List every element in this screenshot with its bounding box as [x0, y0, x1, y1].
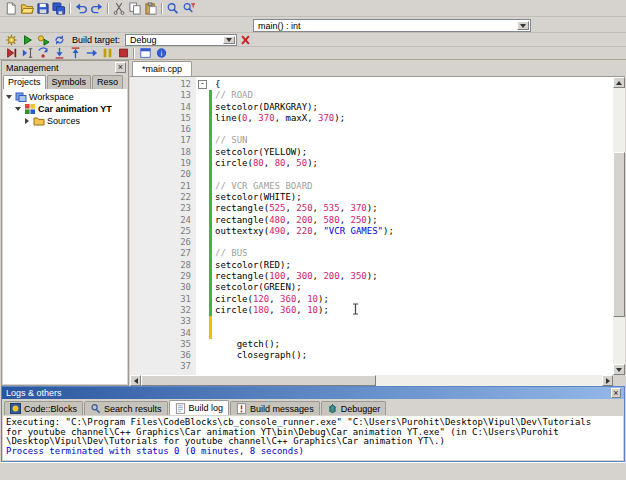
- open-file-icon[interactable]: [19, 1, 35, 16]
- code-token: 10: [307, 305, 318, 315]
- fold-toggle-icon[interactable]: -: [198, 80, 207, 89]
- code-token: 300: [296, 271, 312, 281]
- fold-margin: [196, 158, 209, 169]
- arrow-down-icon: [616, 368, 622, 372]
- tree-item-workspace[interactable]: Workspace: [3, 91, 127, 103]
- management-tab-reso[interactable]: Reso: [92, 75, 123, 89]
- code-text: setcolor(DARKGRAY);: [212, 102, 318, 113]
- management-tab-symbols[interactable]: Symbols: [47, 75, 92, 89]
- collapse-icon[interactable]: [14, 105, 23, 114]
- scroll-right-button[interactable]: [602, 375, 613, 386]
- logs-tab-build-log[interactable]: Build log: [169, 400, 230, 415]
- fold-margin: [196, 203, 209, 214]
- debugging-windows-icon[interactable]: [137, 47, 153, 60]
- scrollbar-track[interactable]: [376, 375, 602, 386]
- line-number: 29: [130, 271, 196, 282]
- stop-debugger-icon[interactable]: [115, 47, 131, 60]
- code-token: 80: [253, 158, 264, 168]
- code-area[interactable]: 12-{13// ROAD14setcolor(DARKGRAY);15line…: [130, 77, 613, 375]
- arrow-up-icon: [616, 81, 622, 85]
- redo-icon[interactable]: [89, 1, 105, 16]
- run-to-cursor-icon[interactable]: [19, 47, 35, 60]
- build-messages-icon: [236, 403, 247, 414]
- next-instruction-icon[interactable]: [83, 47, 99, 60]
- logs-panel-header[interactable]: Logs & others ×: [2, 387, 624, 399]
- editor-vertical-scrollbar[interactable]: [613, 77, 625, 375]
- save-icon[interactable]: [35, 1, 51, 16]
- next-line-icon[interactable]: [35, 47, 51, 60]
- build-icon[interactable]: [3, 33, 19, 46]
- logs-tab-build-messages[interactable]: Build messages: [230, 401, 320, 415]
- code-line: 37: [130, 361, 613, 372]
- code-token: ,: [269, 305, 280, 315]
- find-icon[interactable]: [165, 1, 181, 16]
- code-token: getch();: [215, 339, 280, 349]
- code-line: 23rectangle(525, 250, 535, 370);: [130, 203, 613, 214]
- fold-margin: [196, 215, 209, 226]
- debug-continue-icon[interactable]: [3, 47, 19, 60]
- code-text: setcolor(RED);: [212, 260, 291, 271]
- folder-icon: [33, 115, 45, 127]
- management-panel-header[interactable]: Management ×: [2, 61, 128, 74]
- code-token: rectangle(: [215, 271, 269, 281]
- line-number: 25: [130, 226, 196, 237]
- build-and-run-icon[interactable]: [35, 33, 51, 46]
- break-debugger-icon[interactable]: [99, 47, 115, 60]
- symbol-combobox[interactable]: main() : int: [253, 19, 531, 32]
- logs-close-button[interactable]: ×: [611, 388, 621, 398]
- code-line: 33: [130, 316, 613, 327]
- project-tree[interactable]: WorkspaceCar animation YTSources: [3, 89, 127, 384]
- code-text: [212, 361, 215, 372]
- build-target-label: Build target:: [72, 35, 120, 45]
- tree-item-car-animation-yt[interactable]: Car animation YT: [3, 103, 127, 115]
- rebuild-icon[interactable]: [51, 33, 67, 46]
- logs-tab-code-blocks[interactable]: Code::Blocks: [4, 401, 83, 415]
- editor-horizontal-scrollbar[interactable]: [130, 375, 613, 386]
- vertical-scrollbar-thumb[interactable]: [613, 152, 625, 317]
- fold-margin: [196, 260, 209, 271]
- line-number: 28: [130, 260, 196, 271]
- line-number: 19: [130, 158, 196, 169]
- management-close-button[interactable]: ×: [115, 62, 126, 73]
- undo-icon[interactable]: [73, 1, 89, 16]
- collapse-icon[interactable]: [5, 93, 14, 102]
- code-token: );: [367, 203, 378, 213]
- combobox-dropdown-button[interactable]: [223, 36, 235, 44]
- save-all-icon[interactable]: [51, 1, 67, 16]
- step-out-icon[interactable]: [67, 47, 83, 60]
- combobox-dropdown-button[interactable]: [517, 21, 529, 30]
- svg-text:i: i: [160, 50, 162, 58]
- new-file-icon[interactable]: [3, 1, 19, 16]
- management-tab-projects[interactable]: Projects: [3, 75, 46, 89]
- code-token: ,: [248, 113, 259, 123]
- build-target-combobox[interactable]: Debug: [125, 34, 237, 46]
- editor-tab-main-cpp[interactable]: *main.cpp: [132, 61, 192, 76]
- copy-icon[interactable]: [127, 1, 143, 16]
- expand-icon[interactable]: [23, 117, 32, 126]
- line-number: 17: [130, 135, 196, 146]
- code-token: 370: [318, 113, 334, 123]
- replace-icon[interactable]: [181, 1, 197, 16]
- build-log-output[interactable]: Executing: "C:\Program Files\CodeBlocks\…: [3, 416, 623, 460]
- logs-tab-search-results[interactable]: Search results: [84, 401, 168, 415]
- logs-panel: Logs & others × Code::BlocksSearch resul…: [1, 386, 625, 462]
- scroll-left-button[interactable]: [130, 375, 141, 386]
- logs-tab-debugger[interactable]: Debugger: [321, 401, 387, 415]
- abort-build-icon[interactable]: [237, 33, 253, 46]
- cut-icon[interactable]: [111, 1, 127, 16]
- scroll-down-button[interactable]: [613, 364, 625, 375]
- code-token: , maxX,: [275, 113, 318, 123]
- run-icon[interactable]: [19, 33, 35, 46]
- code-line: 31circle(120, 360, 10);: [130, 294, 613, 305]
- debug-info-icon[interactable]: i: [153, 47, 169, 60]
- horizontal-scrollbar-thumb[interactable]: [141, 375, 376, 386]
- fold-margin: [196, 271, 209, 282]
- codeblocks-icon: [10, 403, 21, 414]
- code-token: // VCR GAMES BOARD: [215, 181, 313, 191]
- step-into-icon[interactable]: [51, 47, 67, 60]
- tree-item-sources[interactable]: Sources: [3, 115, 127, 127]
- paste-icon[interactable]: [143, 1, 159, 16]
- tree-item-label: Car animation YT: [38, 104, 112, 114]
- code-text: // SUN: [212, 135, 248, 146]
- scroll-up-button[interactable]: [613, 77, 625, 88]
